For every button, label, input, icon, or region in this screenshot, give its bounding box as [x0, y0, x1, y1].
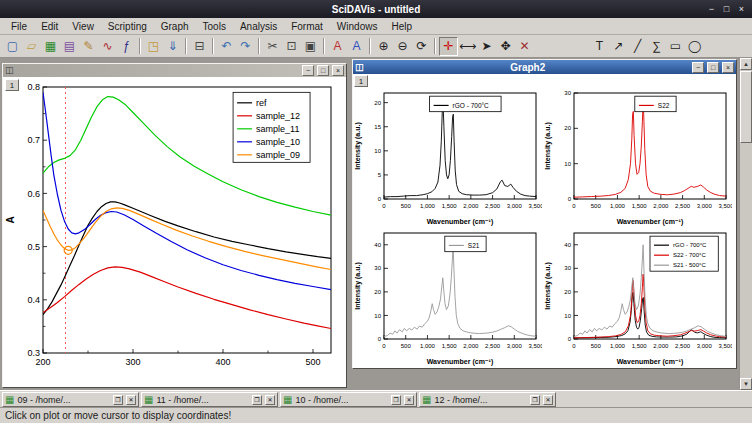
- select-data-range-icon[interactable]: ⟷: [458, 37, 477, 56]
- menu-scripting[interactable]: Scripting: [101, 19, 154, 34]
- graph2-maximize-button[interactable]: □: [707, 62, 719, 73]
- svg-text:20: 20: [564, 289, 571, 295]
- tab-close-button[interactable]: ✕: [404, 395, 414, 405]
- svg-text:500: 500: [591, 343, 602, 349]
- svg-text:400: 400: [215, 357, 230, 367]
- zoom-in-icon[interactable]: ⊕: [374, 37, 393, 56]
- redo-icon[interactable]: ↷: [236, 37, 255, 56]
- save-project-icon[interactable]: ⇓: [163, 37, 182, 56]
- close-button[interactable]: ×: [734, 3, 749, 16]
- new-function-plot-icon[interactable]: ƒ: [117, 37, 136, 56]
- open-project-icon[interactable]: ◳: [144, 37, 163, 56]
- graph1-window[interactable]: ◫ − □ × 1 2003004005000.30.40.50.60.70.8…: [2, 63, 347, 388]
- window-tab-09[interactable]: ▦09 - /home/...❐✕: [2, 392, 139, 407]
- cut-icon[interactable]: ✂: [263, 37, 282, 56]
- svg-text:1,000: 1,000: [420, 203, 436, 209]
- subplot-grid: 05001,0001,5002,0002,5003,0003,500051015…: [354, 88, 735, 366]
- tab-restore-button[interactable]: ❐: [391, 395, 401, 405]
- svg-text:2,500: 2,500: [485, 203, 501, 209]
- menu-edit[interactable]: Edit: [34, 19, 65, 34]
- svg-text:2,500: 2,500: [675, 343, 691, 349]
- vertical-scrollbar[interactable]: ▲ ▼: [739, 58, 752, 390]
- fill-color-icon[interactable]: A: [347, 37, 366, 56]
- svg-text:Intensity (a.u.): Intensity (a.u.): [544, 262, 552, 309]
- svg-text:A: A: [5, 216, 16, 223]
- table-icon: ▦: [283, 395, 292, 405]
- new-graph-icon[interactable]: ∿: [98, 37, 117, 56]
- graph2-window[interactable]: ◫ Graph2 − □ × 1 05001,0001,5002,0002,50…: [352, 59, 737, 369]
- tab-close-button[interactable]: ✕: [126, 395, 136, 405]
- new-matrix-icon[interactable]: ▤: [60, 37, 79, 56]
- graph1-minimize-button[interactable]: −: [302, 65, 314, 76]
- new-table-icon[interactable]: ▦: [41, 37, 60, 56]
- screen-reader-icon[interactable]: ✛: [439, 37, 458, 56]
- svg-text:Intensity (a.u.): Intensity (a.u.): [544, 122, 552, 169]
- menu-graph[interactable]: Graph: [154, 19, 196, 34]
- window-tab-11[interactable]: ▦11 - /home/...❐✕: [141, 392, 278, 407]
- menu-windows[interactable]: Windows: [330, 19, 385, 34]
- svg-text:2,000: 2,000: [653, 203, 669, 209]
- svg-text:0.4: 0.4: [27, 295, 40, 305]
- font-color-icon[interactable]: A: [328, 37, 347, 56]
- add-ellipse-icon[interactable]: ◯: [685, 37, 704, 56]
- window-tab-12[interactable]: ▦12 - /home/...❐✕: [419, 392, 556, 407]
- subplot-overlay[interactable]: 05001,0001,5002,0002,5003,0003,500010203…: [544, 228, 732, 366]
- graph2-layer-button[interactable]: 1: [354, 75, 368, 87]
- svg-text:200: 200: [35, 357, 50, 367]
- graph1-titlebar[interactable]: ◫ − □ ×: [3, 64, 346, 77]
- tab-restore-button[interactable]: ❐: [530, 395, 540, 405]
- graph2-close-button[interactable]: ×: [722, 62, 734, 73]
- svg-text:Wavenumber (cm⁻¹): Wavenumber (cm⁻¹): [427, 218, 493, 226]
- uvvis-plot[interactable]: 2003004005000.30.40.50.60.70.8Arefsample…: [5, 79, 341, 383]
- graph1-layer-button[interactable]: 1: [5, 79, 19, 91]
- subplot-rgo700[interactable]: 05001,0001,5002,0002,5003,0003,500051015…: [354, 88, 542, 226]
- draw-arrow-icon[interactable]: ↗: [609, 37, 628, 56]
- add-equation-icon[interactable]: ∑: [647, 37, 666, 56]
- add-rectangle-icon[interactable]: ▭: [666, 37, 685, 56]
- scroll-down-icon[interactable]: ▼: [740, 378, 752, 390]
- window-titlebar[interactable]: SciDAVis - untitled − □ ×: [0, 0, 752, 18]
- graph1-close-button[interactable]: ×: [332, 65, 344, 76]
- scroll-thumb[interactable]: [740, 71, 752, 143]
- tab-close-button[interactable]: ✕: [265, 395, 275, 405]
- graph2-titlebar[interactable]: ◫ Graph2 − □ ×: [353, 60, 736, 74]
- new-project-icon[interactable]: ▢: [3, 37, 22, 56]
- tab-restore-button[interactable]: ❐: [113, 395, 123, 405]
- move-data-points-icon[interactable]: ✥: [496, 37, 515, 56]
- subplot-s22[interactable]: 05001,0001,5002,0002,5003,0003,500010203…: [544, 88, 732, 226]
- menu-analysis[interactable]: Analysis: [233, 19, 284, 34]
- graph2-canvas: 1 05001,0001,5002,0002,5003,0003,5000510…: [353, 74, 736, 368]
- subplot-s21[interactable]: 05001,0001,5002,0002,5003,0003,500010203…: [354, 228, 542, 366]
- remove-data-points-icon[interactable]: ✕: [515, 37, 534, 56]
- zoom-out-icon[interactable]: ⊖: [393, 37, 412, 56]
- tab-restore-button[interactable]: ❐: [252, 395, 262, 405]
- maximize-button[interactable]: □: [719, 3, 734, 16]
- paste-icon[interactable]: ▣: [301, 37, 320, 56]
- menu-file[interactable]: File: [4, 19, 34, 34]
- graph2-title: Graph2: [367, 62, 689, 73]
- table-icon: ▦: [422, 395, 431, 405]
- print-icon[interactable]: ⊟: [190, 37, 209, 56]
- svg-text:500: 500: [401, 203, 412, 209]
- menu-view[interactable]: View: [65, 19, 101, 34]
- undo-icon[interactable]: ↶: [217, 37, 236, 56]
- minimize-button[interactable]: −: [704, 3, 719, 16]
- rescale-to-show-all-icon[interactable]: ⟳: [412, 37, 431, 56]
- pointer-icon[interactable]: ➤: [477, 37, 496, 56]
- copy-icon[interactable]: ⊡: [282, 37, 301, 56]
- menu-tools[interactable]: Tools: [196, 19, 233, 34]
- new-note-icon[interactable]: ✎: [79, 37, 98, 56]
- window-tab-label: 11 - /home/...: [156, 395, 249, 405]
- draw-line-icon[interactable]: ╱: [628, 37, 647, 56]
- scroll-up-icon[interactable]: ▲: [740, 58, 752, 70]
- svg-text:3,000: 3,000: [507, 343, 523, 349]
- menu-help[interactable]: Help: [384, 19, 419, 34]
- svg-text:3,000: 3,000: [507, 203, 523, 209]
- menu-format[interactable]: Format: [284, 19, 330, 34]
- new-folder-icon[interactable]: ▱: [22, 37, 41, 56]
- graph2-minimize-button[interactable]: −: [692, 62, 704, 73]
- add-text-icon[interactable]: T: [590, 37, 609, 56]
- window-tab-10[interactable]: ▦10 - /home/...❐✕: [280, 392, 417, 407]
- tab-close-button[interactable]: ✕: [543, 395, 553, 405]
- graph1-maximize-button[interactable]: □: [317, 65, 329, 76]
